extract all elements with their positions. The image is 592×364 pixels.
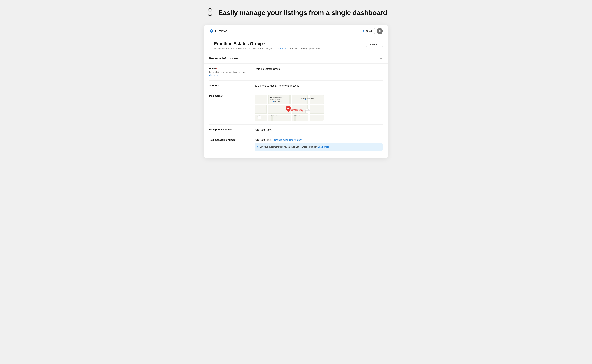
actions-caret-icon: ▾ bbox=[378, 43, 380, 46]
back-button[interactable]: ← bbox=[209, 42, 213, 46]
title-dropdown-caret[interactable]: ▾ bbox=[263, 42, 265, 46]
section-collapse-icon[interactable]: ∧ bbox=[239, 57, 241, 60]
svg-rect-15 bbox=[296, 115, 309, 121]
download-button[interactable]: ↓ bbox=[360, 42, 364, 47]
name-value: Frontline Estates Group bbox=[254, 67, 383, 70]
text-messaging-value-col: (610) 960 - 1128 Change to landline numb… bbox=[254, 139, 383, 151]
address-label: Address * bbox=[209, 84, 252, 87]
svg-rect-12 bbox=[309, 105, 324, 113]
text-messaging-phone-value: (610) 960 - 1128 bbox=[254, 139, 272, 141]
back-arrow-icon: ← bbox=[209, 42, 213, 46]
topbar: Birdeye ➤ Send JS bbox=[204, 25, 388, 37]
text-messaging-field-row: Text messaging number (610) 960 - 1128 C… bbox=[209, 135, 383, 154]
topbar-logo: Birdeye bbox=[209, 29, 227, 33]
actions-label: Actions bbox=[369, 43, 377, 46]
map-marker-label-text: Map marker bbox=[209, 95, 222, 97]
svg-text:Mercurial Modulation: Mercurial Modulation bbox=[301, 97, 314, 99]
name-required-star: * bbox=[216, 67, 217, 70]
svg-text:Frontline Property: Frontline Property bbox=[290, 108, 302, 110]
main-phone-label: Main phone number bbox=[209, 128, 252, 131]
page-title-row: ← Frontline Estates Group ▾ bbox=[209, 41, 322, 46]
learn-more-link[interactable]: Learn more bbox=[276, 47, 287, 50]
topbar-right: ➤ Send JS bbox=[360, 28, 383, 34]
info-icon: ℹ bbox=[257, 145, 258, 149]
section-title-text: Business information bbox=[209, 57, 238, 60]
main-phone-value: (610) 960 - 9078 bbox=[254, 128, 383, 131]
svg-rect-9 bbox=[254, 105, 266, 113]
main-phone-field-row: Main phone number (610) 960 - 9078 bbox=[209, 125, 383, 135]
banner-learn-more-link[interactable]: Learn more bbox=[318, 146, 329, 148]
svg-point-2 bbox=[208, 14, 212, 15]
section-header: Business information ∧ ✏ bbox=[204, 53, 388, 64]
svg-point-0 bbox=[209, 9, 211, 11]
svg-text:E Front St: E Front St bbox=[271, 114, 277, 116]
subtitle-suffix: about where they get published to. bbox=[288, 47, 322, 50]
hero-icon bbox=[205, 6, 215, 19]
page-subtitle: Listings last updated on February 15, 20… bbox=[214, 47, 322, 50]
svg-text:Management Group: Management Group bbox=[290, 110, 303, 112]
svg-rect-19 bbox=[267, 95, 268, 121]
text-messaging-info-banner: ℹ Let your customers text you through yo… bbox=[254, 143, 383, 151]
send-icon: ➤ bbox=[363, 29, 365, 32]
svg-text:←: ← bbox=[263, 114, 264, 115]
send-label: Send bbox=[366, 30, 372, 32]
banner-text-content: Let your customers text you through your… bbox=[260, 146, 317, 148]
business-name-title: Frontline Estates Group bbox=[214, 41, 263, 46]
svg-rect-8 bbox=[309, 95, 324, 104]
svg-rect-16 bbox=[311, 115, 324, 121]
address-field-row: Address * 33 E Front St, Media, Pennsylv… bbox=[209, 81, 383, 91]
address-value: 33 E Front St, Media, Pennsylvania 19063 bbox=[254, 84, 383, 87]
section-edit-button[interactable]: ✏ bbox=[379, 56, 383, 61]
svg-rect-5 bbox=[254, 95, 268, 104]
page-header-left: ← Frontline Estates Group ▾ Listings las… bbox=[209, 41, 322, 50]
map-marker-label: Map marker bbox=[209, 95, 252, 97]
text-messaging-label-col: Text messaging number bbox=[209, 139, 252, 141]
section-title: Business information ∧ bbox=[209, 57, 241, 60]
address-label-col: Address * bbox=[209, 84, 252, 87]
text-messaging-label: Text messaging number bbox=[209, 139, 252, 141]
svg-point-3 bbox=[211, 30, 212, 31]
actions-button[interactable]: Actions ▾ bbox=[366, 41, 383, 47]
avatar[interactable]: JS bbox=[377, 28, 383, 34]
name-hint-link[interactable]: click here bbox=[209, 74, 218, 76]
svg-rect-7 bbox=[291, 95, 307, 104]
svg-text:Providence Library: Providence Library bbox=[274, 102, 285, 104]
subtitle-text: Listings last updated on February 15, 20… bbox=[214, 47, 275, 50]
svg-rect-13 bbox=[254, 115, 271, 121]
svg-rect-17 bbox=[254, 104, 324, 105]
map-value-col: E Front St E Front St → ← Values Into Ac… bbox=[254, 95, 383, 121]
topbar-logo-text: Birdeye bbox=[215, 29, 227, 33]
name-hint-text: For guidelines to represent your busines… bbox=[209, 71, 247, 73]
hero-title: Easily manage your listings from a singl… bbox=[218, 9, 387, 17]
svg-text:Media-Upper: Media-Upper bbox=[274, 101, 282, 102]
main-phone-label-col: Main phone number bbox=[209, 128, 252, 131]
map-svg: E Front St E Front St → ← Values Into Ac… bbox=[254, 95, 324, 121]
text-messaging-label-text: Text messaging number bbox=[209, 139, 236, 141]
map-container[interactable]: E Front St E Front St → ← Values Into Ac… bbox=[254, 95, 324, 121]
svg-rect-20 bbox=[291, 95, 292, 121]
download-icon: ↓ bbox=[361, 42, 363, 46]
page-title: Frontline Estates Group ▾ bbox=[214, 41, 265, 46]
address-required-star: * bbox=[219, 84, 220, 87]
main-phone-label-text: Main phone number bbox=[209, 128, 232, 131]
svg-rect-37 bbox=[306, 110, 309, 113]
page-header: ← Frontline Estates Group ▾ Listings las… bbox=[204, 37, 388, 53]
change-to-landline-link[interactable]: Change to landline number bbox=[274, 139, 302, 141]
birdeye-logo-icon bbox=[209, 29, 214, 33]
map-marker-field-row: Map marker bbox=[209, 91, 383, 125]
send-button[interactable]: ➤ Send bbox=[360, 28, 375, 34]
name-field-row: Name * For guidelines to represent your … bbox=[209, 64, 383, 81]
text-messaging-phone-row: (610) 960 - 1128 Change to landline numb… bbox=[254, 139, 383, 141]
map-marker-label-col: Map marker bbox=[209, 95, 252, 97]
main-card: Birdeye ➤ Send JS ← Frontline Estates Gr… bbox=[204, 25, 388, 158]
svg-text:Values Into Action: Values Into Action bbox=[270, 97, 282, 98]
name-label: Name * bbox=[209, 67, 252, 70]
form-section: Name * For guidelines to represent your … bbox=[204, 64, 388, 158]
svg-point-34 bbox=[287, 108, 289, 109]
svg-text:E Front St: E Front St bbox=[294, 114, 300, 116]
pencil-icon: ✏ bbox=[380, 57, 382, 60]
svg-text:Lawlor Jr Edward T: Lawlor Jr Edward T bbox=[270, 99, 281, 100]
address-label-text: Address bbox=[209, 84, 219, 87]
name-label-col: Name * For guidelines to represent your … bbox=[209, 67, 252, 77]
svg-text:→: → bbox=[317, 114, 319, 115]
